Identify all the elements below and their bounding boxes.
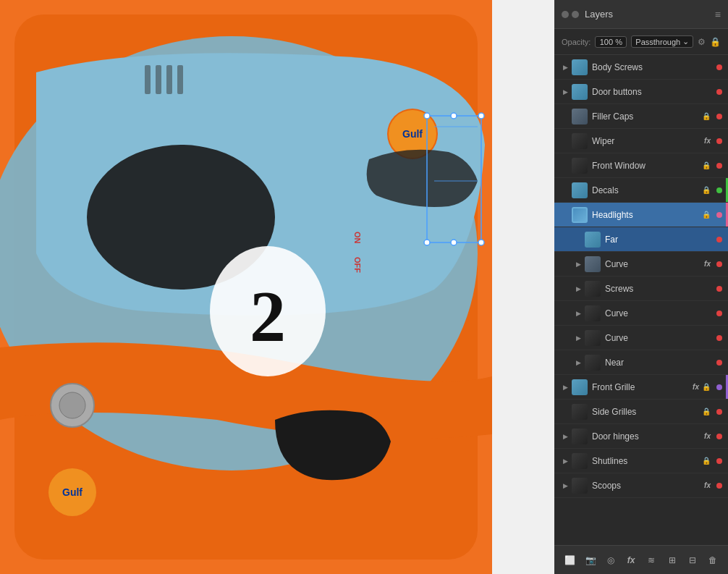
- layer-lock-icon[interactable]: 🔒: [702, 112, 711, 120]
- layers-list[interactable]: ▶Body Screws▶Door buttonsFiller Caps🔒Wip…: [554, 55, 728, 545]
- layer-expand-icon: [560, 185, 570, 195]
- adjustment-button[interactable]: ≋: [643, 552, 659, 568]
- layer-icons-group: [714, 311, 722, 316]
- layer-item[interactable]: ▶Curve: [554, 326, 728, 350]
- layer-expand-icon: [560, 210, 570, 220]
- layer-thumbnail: [585, 281, 601, 297]
- layer-item[interactable]: Decals🔒: [554, 178, 728, 203]
- car-illustration: Gulf Gulf 2 ON OFF: [0, 0, 492, 574]
- layer-item[interactable]: Filler Caps🔒: [554, 104, 728, 129]
- layer-item[interactable]: ▶Door buttons: [554, 80, 728, 104]
- svg-point-6: [59, 392, 85, 418]
- layer-thumbnail: [572, 404, 588, 420]
- layer-visibility-dot[interactable]: [716, 261, 722, 267]
- layer-visibility-dot[interactable]: [716, 434, 722, 439]
- layer-lock-icon[interactable]: 🔒: [702, 186, 711, 194]
- panel-menu-icon[interactable]: ≡: [715, 9, 721, 20]
- layer-item[interactable]: ▶Scoopsfx: [554, 473, 728, 498]
- layer-icons-group: [714, 64, 722, 70]
- layer-icons-group: 🔒: [702, 211, 722, 219]
- layer-visibility-dot[interactable]: [716, 64, 722, 70]
- layer-thumbnail: [572, 453, 588, 469]
- layer-expand-icon[interactable]: ▶: [573, 284, 583, 294]
- svg-point-22: [478, 113, 484, 119]
- delete-layer-button[interactable]: 🗑: [705, 552, 721, 568]
- layer-expand-icon[interactable]: ▶: [560, 481, 570, 491]
- layer-visibility-dot[interactable]: [716, 114, 722, 119]
- layer-icons-group: fx: [704, 481, 722, 489]
- layer-item[interactable]: Side Grilles🔒: [554, 400, 728, 424]
- layer-visibility-dot[interactable]: [716, 483, 722, 489]
- layer-item[interactable]: Headlights🔒: [554, 203, 728, 227]
- layer-item[interactable]: ▶Body Screws: [554, 55, 728, 80]
- layer-visibility-dot[interactable]: [716, 286, 722, 292]
- layer-thumbnail: [572, 182, 588, 198]
- layer-expand-icon[interactable]: ▶: [573, 308, 583, 318]
- layer-visibility-dot[interactable]: [716, 335, 722, 341]
- layer-expand-icon[interactable]: ▶: [560, 87, 570, 97]
- layer-item[interactable]: ▶Screws: [554, 277, 728, 301]
- layer-icons-group: fx🔒: [693, 383, 722, 391]
- layer-item[interactable]: ▶Shutlines🔒: [554, 449, 728, 473]
- layer-item[interactable]: Front Window🔒: [554, 153, 728, 178]
- layer-lock-icon[interactable]: 🔒: [702, 457, 711, 465]
- layer-item[interactable]: ▶Near: [554, 350, 728, 375]
- layer-lock-icon[interactable]: 🔒: [702, 161, 711, 169]
- opacity-label: Opacity:: [562, 38, 591, 46]
- blend-mode-select[interactable]: Passthrough ⌄: [631, 35, 693, 48]
- layer-item[interactable]: ▶Front Grillefx🔒: [554, 375, 728, 400]
- layer-lock-icon[interactable]: 🔒: [702, 383, 711, 391]
- layer-thumbnail: [572, 158, 588, 174]
- new-fx-button[interactable]: fx: [623, 552, 639, 568]
- layer-thumbnail: [585, 355, 601, 371]
- layer-name: Front Grille: [592, 382, 690, 392]
- layer-visibility-dot[interactable]: [716, 163, 722, 169]
- layer-visibility-dot[interactable]: [716, 409, 722, 415]
- layer-thumbnail: [585, 305, 601, 321]
- layer-expand-icon[interactable]: ▶: [573, 358, 583, 368]
- layer-visibility-dot[interactable]: [716, 212, 722, 218]
- layer-thumbnail: [585, 330, 601, 346]
- settings-icon[interactable]: ⚙: [698, 37, 706, 47]
- lock-icon[interactable]: 🔒: [710, 37, 721, 47]
- layer-expand-icon[interactable]: ▶: [560, 456, 570, 466]
- opacity-value[interactable]: 100 %: [595, 36, 627, 48]
- layer-item[interactable]: Wiperfx: [554, 129, 728, 153]
- layer-icons-group: 🔒: [702, 186, 722, 194]
- svg-point-23: [424, 240, 430, 245]
- layer-icons-group: [714, 286, 722, 292]
- new-raster-button[interactable]: 📷: [583, 552, 598, 568]
- layer-visibility-dot[interactable]: [716, 384, 722, 390]
- layer-thumbnail: [572, 133, 588, 149]
- layer-item[interactable]: ▶Curvefx: [554, 252, 728, 277]
- layer-visibility-dot[interactable]: [716, 311, 722, 316]
- layer-visibility-dot[interactable]: [716, 187, 722, 193]
- layer-item[interactable]: ▶Curve: [554, 301, 728, 326]
- layer-expand-icon[interactable]: ▶: [573, 259, 583, 269]
- layer-expand-icon[interactable]: ▶: [560, 431, 570, 442]
- layer-item[interactable]: Far: [554, 227, 728, 252]
- panel-title: Layers: [585, 9, 613, 20]
- layer-fx-icon: fx: [693, 383, 699, 391]
- layer-visibility-dot[interactable]: [716, 237, 722, 242]
- layer-visibility-dot[interactable]: [716, 360, 722, 366]
- layer-expand-icon[interactable]: ▶: [560, 382, 570, 392]
- new-mask-button[interactable]: ◎: [603, 552, 619, 568]
- group-layers-button[interactable]: ⊞: [664, 552, 680, 568]
- svg-text:2: 2: [250, 276, 286, 356]
- layer-visibility-dot[interactable]: [716, 89, 722, 95]
- layer-thumbnail: [572, 109, 588, 124]
- layer-icons-group: fx: [704, 432, 722, 440]
- layer-item[interactable]: ▶Door hingesfx: [554, 424, 728, 449]
- layer-visibility-dot[interactable]: [716, 138, 722, 144]
- new-pixel-layer-button[interactable]: ⬜: [562, 552, 577, 568]
- duplicate-button[interactable]: ⊟: [685, 552, 701, 568]
- layer-visibility-dot[interactable]: [716, 458, 722, 464]
- layer-expand-icon[interactable]: ▶: [573, 333, 583, 343]
- blend-mode-label: Passthrough: [635, 38, 680, 46]
- layer-lock-icon[interactable]: 🔒: [702, 211, 711, 219]
- svg-point-24: [478, 240, 484, 245]
- layer-expand-icon[interactable]: ▶: [560, 62, 570, 72]
- opacity-row: Opacity: 100 % Passthrough ⌄ ⚙ 🔒: [554, 29, 728, 55]
- layer-lock-icon[interactable]: 🔒: [702, 408, 711, 415]
